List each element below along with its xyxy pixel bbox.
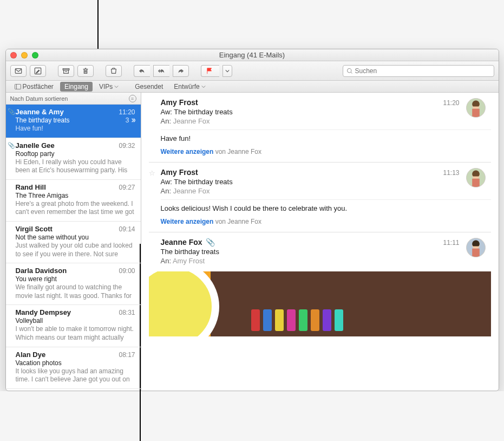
message-list-pane: Nach Datum sortieren ≡ 📎Jeanne & Amy11:2… — [6, 93, 141, 391]
junk-icon — [110, 67, 117, 75]
show-more-from: von Jeanne Fox — [215, 148, 261, 155]
trash-icon — [82, 67, 89, 75]
mail-card: ☆Amy Frost Aw: The birthday treatsAn: Je… — [149, 168, 491, 232]
preview-text: Here's a great photo from the weekend. I… — [16, 200, 135, 217]
mail-card: Jeanne Fox 📎The birthday treatsAn: Amy F… — [149, 238, 491, 336]
junk-button[interactable] — [106, 65, 122, 77]
show-more-from: von Jeanne Fox — [215, 218, 261, 225]
star-toggle[interactable] — [149, 238, 161, 265]
mail-window: Eingang (41 E-Mails) — [5, 49, 499, 391]
archive-button[interactable] — [58, 65, 74, 77]
compose-icon — [34, 67, 42, 75]
flag-button[interactable] — [201, 65, 219, 77]
sender: Alan Dye — [16, 351, 46, 359]
flag-menu-button[interactable] — [222, 65, 232, 77]
window-title: Eingang (41 E-Mails) — [6, 51, 499, 59]
preview-text: Have fun! — [16, 125, 135, 133]
get-mail-button[interactable] — [10, 65, 27, 77]
avatar[interactable] — [466, 238, 486, 257]
star-toggle[interactable]: ☆ — [149, 168, 161, 195]
search-input[interactable] — [355, 67, 490, 75]
content: Nach Datum sortieren ≡ 📎Jeanne & Amy11:2… — [6, 93, 499, 391]
search-field[interactable] — [343, 65, 494, 77]
toolbar — [6, 61, 499, 81]
time: 09:32 — [119, 142, 135, 150]
time: 09:00 — [119, 267, 135, 275]
mail-time: 11:20 — [443, 99, 459, 107]
sort-label: Nach Datum sortieren — [10, 95, 68, 102]
svg-rect-11 — [472, 179, 480, 187]
mailboxes-label: Postfächer — [23, 83, 54, 90]
mail-subject: Aw: The birthday treats — [161, 178, 491, 186]
to-label: An: — [161, 257, 172, 265]
sidebar-icon — [15, 84, 21, 89]
compose-button[interactable] — [30, 65, 46, 77]
time: 08:17 — [119, 351, 135, 359]
subject: You were right — [16, 275, 57, 283]
to-label: An: — [161, 187, 172, 195]
attachment-image[interactable] — [149, 271, 491, 336]
delete-button[interactable] — [77, 65, 94, 77]
message-row[interactable]: Alan Dye08:17Vacation photosIt looks lik… — [6, 347, 141, 389]
callout-line-top — [97, 0, 99, 49]
message-list[interactable]: 📎Jeanne & Amy11:20The birthday treats3 H… — [6, 105, 141, 391]
sender: Jeanne & Amy — [16, 108, 64, 116]
to-value: Jeanne Fox — [173, 187, 210, 195]
drafts-tab[interactable]: Entwürfe — [169, 82, 210, 92]
to-label: An: — [161, 117, 172, 125]
favorites-bar: Postfächer Eingang VIPs Gesendet Entwürf… — [6, 81, 499, 93]
sender: Janelle Gee — [16, 141, 55, 150]
reply-button[interactable] — [134, 65, 150, 77]
preview-text: We finally got around to watching the mo… — [16, 283, 135, 300]
message-row[interactable]: Mandy Dempsey08:31VolleyballI won't be a… — [6, 305, 141, 347]
drafts-tab-label: Entwürfe — [174, 83, 199, 90]
avatar[interactable] — [466, 98, 486, 118]
vips-tab-label: VIPs — [99, 83, 113, 90]
message-row[interactable]: Robert Fabian08:06Lost and foundHi every… — [6, 389, 141, 391]
message-row[interactable]: 📎Janelle Gee09:32Rooftop partyHi Eden, I… — [6, 138, 141, 180]
show-more-link[interactable]: Weitere anzeigen — [161, 218, 214, 225]
message-row[interactable]: 📎Jeanne & Amy11:20The birthday treats3 H… — [6, 105, 141, 138]
thread-count: 3 — [126, 116, 135, 124]
forward-icon — [177, 67, 185, 75]
mail-subject: The birthday treats — [161, 248, 491, 256]
subject: The birthday treats — [16, 116, 70, 124]
vips-tab[interactable]: VIPs — [95, 82, 123, 92]
search-icon — [346, 68, 353, 74]
message-row[interactable]: Virgil Scott09:14Not the same without yo… — [6, 222, 141, 263]
sender: Virgil Scott — [16, 225, 53, 233]
time: 08:31 — [119, 309, 135, 316]
mailboxes-toggle[interactable]: Postfächer — [10, 82, 58, 92]
mail-time: 11:13 — [443, 169, 459, 177]
filter-icon[interactable]: ≡ — [129, 95, 136, 102]
mail-body: Have fun! — [161, 134, 491, 142]
show-more-link[interactable]: Weitere anzeigen — [161, 148, 214, 155]
attachment-icon: 📎 — [8, 142, 15, 149]
mail-sender: Jeanne Fox 📎 — [161, 238, 491, 247]
message-row[interactable]: Darla Davidson09:00You were rightWe fina… — [6, 263, 141, 305]
attachment-icon: 📎 — [8, 108, 15, 115]
chevron-down-icon — [225, 69, 230, 73]
sent-tab[interactable]: Gesendet — [130, 82, 167, 92]
inbox-tab[interactable]: Eingang — [60, 82, 93, 92]
svg-point-4 — [347, 68, 351, 73]
preview-text: I won't be able to make it tomorrow nigh… — [16, 325, 135, 342]
avatar[interactable] — [466, 168, 486, 187]
mail-time: 11:11 — [443, 239, 459, 247]
inbox-tab-label: Eingang — [64, 83, 88, 90]
chevron-down-icon — [114, 85, 119, 89]
svg-rect-14 — [472, 249, 480, 257]
reply-all-button[interactable] — [153, 65, 169, 77]
preview-pane[interactable]: Amy Frost Aw: The birthday treatsAn: Jea… — [141, 93, 499, 391]
inbox-icon — [15, 67, 22, 75]
forward-button[interactable] — [173, 65, 189, 77]
sender: Rand Hill — [16, 183, 46, 191]
time: 09:27 — [119, 184, 135, 191]
message-row[interactable]: Rand Hill09:27The Three AmigasHere's a g… — [6, 180, 141, 222]
star-toggle[interactable] — [149, 98, 161, 125]
attachment-icon: 📎 — [206, 238, 215, 247]
svg-rect-5 — [15, 84, 21, 89]
preview-text: Just walked by your old cube and looked … — [16, 242, 135, 258]
mail-card: Amy Frost Aw: The birthday treatsAn: Jea… — [149, 98, 491, 163]
sort-bar[interactable]: Nach Datum sortieren ≡ — [6, 93, 141, 105]
